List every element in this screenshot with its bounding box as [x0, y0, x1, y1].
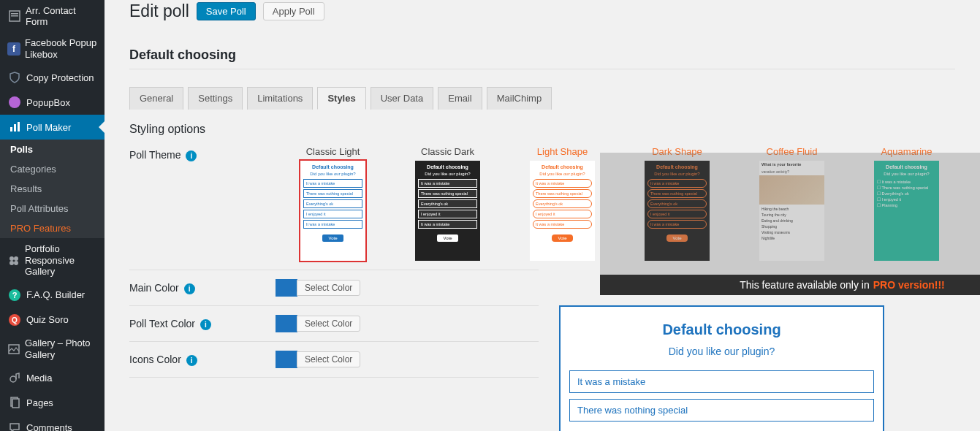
sidebar-item-copy-protection[interactable]: Copy Protection	[0, 65, 105, 90]
sidebar-sub-attributes[interactable]: Poll Attributes	[0, 199, 105, 218]
sidebar-item-contact-form[interactable]: Arr. Contact Form	[0, 0, 105, 32]
theme-ls[interactable]: Light ShapeDefault choosingDid you like …	[505, 146, 620, 261]
theme-card[interactable]: Default choosingDid you like our plugin?…	[874, 161, 939, 261]
select-color-button[interactable]: Select Color	[297, 280, 360, 296]
sidebar-item-popupbox[interactable]: PopupBox	[0, 90, 105, 115]
svg-point-12	[14, 261, 18, 265]
poll-preview: Default choosing Did you like our plugin…	[559, 305, 884, 431]
theme-card[interactable]: Default choosingDid you like our plugin?…	[300, 161, 365, 261]
sidebar-item-label: Poll Maker	[26, 122, 71, 133]
faq-icon: ?	[7, 288, 22, 302]
divider	[129, 305, 539, 306]
color-swatch[interactable]	[276, 279, 297, 297]
divider	[129, 69, 955, 69]
media-icon	[7, 370, 22, 385]
sidebar-sub-pro-features[interactable]: PRO Features	[0, 218, 105, 238]
color-label: Icons Color i	[129, 351, 276, 366]
svg-point-11	[10, 261, 14, 265]
svg-rect-6	[10, 127, 12, 131]
sidebar-sub-categories[interactable]: Categories	[0, 159, 105, 179]
apply-poll-button[interactable]: Apply Poll	[263, 2, 324, 20]
theme-name: Classic Light	[276, 146, 390, 157]
svg-rect-7	[14, 124, 16, 131]
divider	[129, 341, 539, 342]
sidebar-item-poll-maker[interactable]: Poll Maker	[0, 115, 105, 140]
shield-icon	[7, 70, 22, 85]
theme-card[interactable]: What is your favoritevacation activity?H…	[759, 161, 824, 261]
sidebar-item-label: Comments	[26, 422, 72, 431]
svg-text:?: ?	[12, 291, 18, 300]
sidebar-item-media[interactable]: Media	[0, 365, 105, 390]
preview-option[interactable]: It was a mistake	[569, 370, 874, 393]
sidebar-item-quiz[interactable]: Q Quiz Soro	[0, 308, 105, 332]
comments-icon	[7, 420, 22, 431]
svg-text:Q: Q	[12, 316, 18, 324]
theme-name: Dark Shape	[620, 146, 734, 157]
divider	[129, 270, 539, 270]
sidebar-item-label: Quiz Soro	[26, 314, 69, 325]
preview-title: Default choosing	[569, 321, 874, 338]
sidebar-sub-results[interactable]: Results	[0, 179, 105, 199]
theme-cd[interactable]: Classic DarkDefault choosingDid you like…	[390, 146, 505, 261]
theme-aq[interactable]: AquamarineDefault choosingDid you like o…	[849, 146, 964, 261]
theme-name: Classic Dark	[390, 146, 505, 157]
sidebar-item-pages[interactable]: Pages	[0, 390, 105, 415]
save-poll-button[interactable]: Save Poll	[197, 2, 256, 20]
svg-rect-2	[11, 15, 18, 17]
admin-sidebar: Arr. Contact Form f Facebook Popup Likeb…	[0, 0, 105, 431]
page-title: Edit poll	[129, 1, 189, 21]
info-icon[interactable]: i	[184, 283, 195, 294]
theme-cf[interactable]: Coffee FluidWhat is your favoritevacatio…	[734, 146, 849, 261]
tab-user-data[interactable]: User Data	[371, 87, 434, 110]
color-label: Poll Text Color i	[129, 315, 276, 330]
sidebar-item-label: Copy Protection	[26, 72, 94, 83]
sidebar-item-portfolio[interactable]: Portfolio Responsive Gallery	[0, 238, 105, 283]
form-icon	[7, 9, 21, 23]
select-color-button[interactable]: Select Color	[297, 351, 360, 367]
poll-icon	[7, 120, 22, 134]
svg-rect-8	[18, 122, 20, 131]
sidebar-item-label: Media	[26, 373, 52, 384]
sidebar-item-comments[interactable]: Comments	[0, 415, 105, 431]
info-icon[interactable]: i	[200, 319, 211, 330]
pages-icon	[7, 395, 22, 410]
section-heading: Default choosing	[129, 47, 980, 63]
theme-card[interactable]: Default choosingDid you like our plugin?…	[415, 161, 480, 261]
info-icon[interactable]: i	[186, 355, 197, 366]
gallery-icon	[7, 342, 20, 356]
divider	[129, 377, 539, 378]
sidebar-item-label: Arr. Contact Form	[26, 5, 97, 27]
sidebar-sub-polls[interactable]: Polls	[0, 140, 105, 159]
styling-heading: Styling options	[129, 123, 980, 136]
color-swatch[interactable]	[276, 351, 297, 368]
tab-styles[interactable]: Styles	[317, 87, 365, 110]
theme-ds[interactable]: Dark ShapeDefault choosingDid you like o…	[620, 146, 734, 261]
tab-email[interactable]: Email	[438, 87, 482, 110]
portfolio-icon	[7, 253, 20, 268]
tab-general[interactable]: General	[129, 87, 183, 110]
sidebar-item-faq[interactable]: ? F.A.Q. Builder	[0, 283, 105, 308]
theme-cl[interactable]: Classic LightDefault choosingDid you lik…	[276, 146, 390, 261]
pro-version-link[interactable]: PRO version!!!	[873, 279, 945, 291]
sidebar-item-label: Facebook Popup Likebox	[25, 37, 97, 60]
tab-settings[interactable]: Settings	[188, 87, 243, 110]
preview-option[interactable]: There was nothing special	[569, 399, 874, 422]
color-row: Poll Text Color iSelect Color	[129, 315, 539, 332]
tab-limitations[interactable]: Limitations	[247, 87, 313, 110]
sidebar-item-label: Gallery – Photo Gallery	[25, 337, 97, 360]
tab-mailchimp[interactable]: MailChimp	[487, 87, 552, 110]
poll-theme-label: Poll Theme i	[129, 146, 276, 161]
sidebar-item-label: PopupBox	[26, 97, 70, 108]
color-swatch[interactable]	[276, 315, 297, 332]
sidebar-item-gallery[interactable]: Gallery – Photo Gallery	[0, 332, 105, 365]
tab-bar: General Settings Limitations Styles User…	[129, 87, 980, 110]
info-icon[interactable]: i	[186, 150, 197, 161]
sidebar-item-facebook-popup[interactable]: f Facebook Popup Likebox	[0, 32, 105, 65]
pro-banner: This feature available only in PRO versi…	[600, 275, 980, 295]
select-color-button[interactable]: Select Color	[297, 316, 360, 332]
sidebar-item-label: F.A.Q. Builder	[26, 289, 85, 300]
theme-card[interactable]: Default choosingDid you like our plugin?…	[645, 161, 710, 261]
svg-point-18	[10, 376, 16, 382]
theme-card[interactable]: Default choosingDid you like our plugin?…	[530, 161, 595, 261]
theme-name: Coffee Fluid	[734, 146, 849, 157]
